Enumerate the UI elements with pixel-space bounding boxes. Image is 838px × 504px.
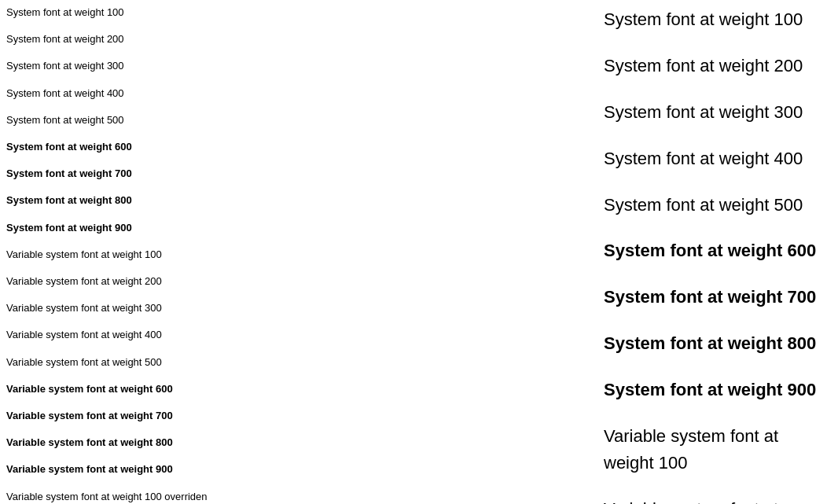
right-text-item: Variable system font at weight 100 [604, 423, 832, 476]
left-text-item: System font at weight 100 [6, 6, 258, 18]
right-text-item: System font at weight 100 [604, 6, 832, 33]
right-column: System font at weight 100System font at … [258, 6, 832, 504]
left-text-item: Variable system font at weight 800 [6, 436, 258, 448]
right-text-item: System font at weight 200 [604, 53, 832, 79]
left-text-item: Variable system font at weight 400 [6, 329, 258, 340]
left-column: System font at weight 100System font at … [6, 6, 258, 504]
right-text-item: Variable system font at weight 200 [604, 496, 832, 504]
left-text-item: Variable system font at weight 700 [6, 410, 258, 421]
left-text-item: Variable system font at weight 300 [6, 302, 258, 314]
right-text-item: System font at weight 700 [604, 284, 832, 311]
left-text-item: Variable system font at weight 900 [6, 463, 258, 475]
right-text-item: System font at weight 900 [604, 377, 832, 403]
right-text-item: System font at weight 500 [604, 192, 832, 219]
left-text-item: Variable system font at weight 100 [6, 248, 258, 260]
left-text-item: System font at weight 500 [6, 114, 258, 126]
left-text-item: Variable system font at weight 500 [6, 356, 258, 368]
left-text-item: System font at weight 800 [6, 194, 258, 206]
left-text-item: System font at weight 200 [6, 33, 258, 45]
right-text-item: System font at weight 300 [604, 99, 832, 126]
left-text-item: Variable system font at weight 200 [6, 275, 258, 287]
left-text-item: System font at weight 300 [6, 60, 258, 72]
right-text-item: System font at weight 400 [604, 145, 832, 172]
left-text-item: System font at weight 700 [6, 167, 258, 179]
left-text-item: Variable system font at weight 100 overr… [6, 491, 258, 502]
right-text-item: System font at weight 600 [604, 237, 832, 264]
left-text-item: System font at weight 900 [6, 222, 258, 234]
left-text-item: System font at weight 400 [6, 87, 258, 99]
left-text-item: Variable system font at weight 600 [6, 383, 258, 395]
right-text-item: System font at weight 800 [604, 330, 832, 357]
left-text-item: System font at weight 600 [6, 141, 258, 153]
